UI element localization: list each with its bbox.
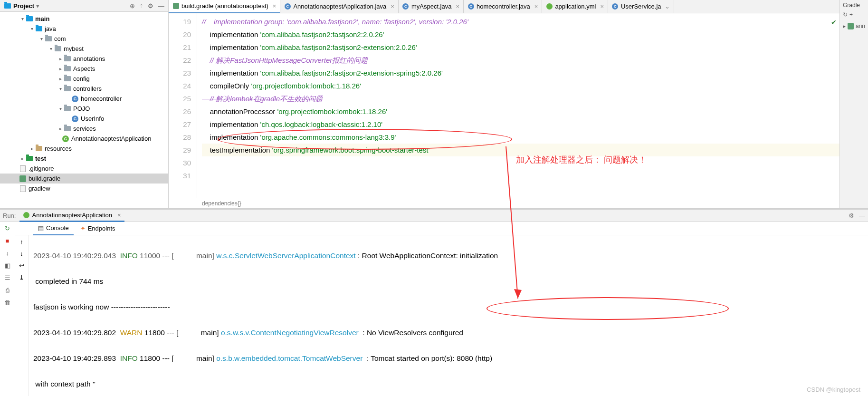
tree-node-com[interactable]: ▾com [0,34,168,44]
code-line: // 解决lombok在gradle不生效的问题 [202,92,839,105]
close-icon[interactable]: × [273,2,277,10]
select-opened-icon[interactable]: ⊕ [130,2,135,10]
tree-label: mybest [64,45,84,52]
status-ok-icon: ✔ [831,16,837,29]
project-tree: ▾main ▾java ▾com ▾mybest ▸annotations ▸A… [0,12,168,208]
close-icon[interactable]: × [600,3,604,10]
tab-label: UserService.ja [621,3,661,10]
tree-node-buildgradle[interactable]: build.gradle [0,174,168,184]
gradle-item[interactable]: ▸ ann [843,23,865,29]
tree-node-appclass[interactable]: CAnnotationaoptestApplication [0,134,168,144]
close-icon[interactable]: × [391,3,394,10]
tab-build-gradle[interactable]: build.gradle (annotationaoptest)× [169,0,280,13]
wrap-icon[interactable]: ↩ [19,262,24,269]
camera-icon[interactable]: ◧ [3,261,12,270]
trash-icon[interactable]: 🗑 [3,298,12,307]
collapse-icon[interactable]: ÷ [140,2,143,10]
rerun-icon[interactable]: ↻ [3,224,12,232]
run-toolbar: ↻ ■ ↓ ◧ ☰ ⎙ 🗑 [0,222,15,396]
tree-node-main[interactable]: ▾main [0,14,168,24]
stop-icon[interactable]: ■ [3,236,12,245]
subtab-label: Endpoints [88,225,115,232]
project-header: Project ▾ ⊕ ÷ ⚙ — [0,0,168,12]
code-editor[interactable]: 19 20 21 22 23 24 25 26 27 28 29 30 31 ✔ [169,13,839,198]
tab-homecontroller[interactable]: Chomecontroller.java× [464,0,542,13]
tree-node-services[interactable]: ▸services [0,124,168,134]
print-icon[interactable]: ⎙ [3,286,12,294]
tree-node-userinfo[interactable]: CUserInfo [0,114,168,124]
project-panel: Project ▾ ⊕ ÷ ⚙ — ▾main ▾java ▾com ▾mybe… [0,0,169,208]
line-number: 21 [169,41,191,54]
tree-node-mybest[interactable]: ▾mybest [0,44,168,54]
scroll-up-icon[interactable]: ↑ [20,238,23,245]
tree-label: controllers [73,85,102,92]
tree-node-aspects[interactable]: ▸Aspects [0,64,168,74]
tree-node-test[interactable]: ▸test [0,154,168,164]
run-header: Run: AnnotationaoptestApplication× ⚙ — [0,210,868,222]
tree-label: test [35,155,46,162]
down-icon[interactable]: ↓ [3,249,12,257]
gradle-toolbar[interactable]: ↻ + [843,11,865,18]
close-icon[interactable]: × [534,3,538,10]
tree-node-annotations[interactable]: ▸annotations [0,54,168,64]
tab-overflow-icon[interactable]: ⌄ [665,3,670,10]
tree-node-pojo[interactable]: ▾POJO [0,104,168,114]
layout-icon[interactable]: ☰ [3,273,12,282]
endpoints-icon: ✦ [80,225,86,232]
gradle-title[interactable]: Gradle [843,2,860,9]
settings-icon[interactable]: ⚙ [148,2,153,10]
line-number: 30 [169,156,191,169]
tree-label: gradlew [29,185,50,192]
add-icon[interactable]: + [849,11,853,18]
tree-label: POJO [73,105,90,112]
scroll-down-icon[interactable]: ↓ [20,250,23,257]
line-number: 19 [169,15,191,28]
line-number: 20 [169,28,191,41]
tree-node-gradlew[interactable]: gradlew [0,184,168,193]
line-number: 29 [169,144,191,156]
project-tool-icon [4,2,11,10]
run-panel: Run: AnnotationaoptestApplication× ⚙ — ↻… [0,208,868,396]
console-icon: ▤ [38,224,44,232]
run-hide-icon[interactable]: — [859,212,865,219]
project-dropdown-icon[interactable]: ▾ [36,2,39,10]
subtab-console[interactable]: ▤Console [33,222,74,235]
tree-node-gitignore[interactable]: .gitignore [0,164,168,174]
close-icon[interactable]: × [456,3,459,10]
code-line: // implementation group: 'com.alibaba.fa… [202,15,839,28]
tab-application-yml[interactable]: application.yml× [542,0,608,13]
run-config-tab[interactable]: AnnotationaoptestApplication× [19,210,124,222]
console-output[interactable]: 2023-04-10 19:40:29.043 INFO 11000 --- [… [29,235,868,396]
tab-label: AnnotationaoptestApplication.java [293,3,386,10]
tree-node-config[interactable]: ▸config [0,74,168,84]
run-subtabs: ▤Console ✦Endpoints [15,222,868,235]
spring-icon [23,212,29,218]
tab-userservice[interactable]: CUserService.ja⌄ [608,0,674,13]
line-number: 23 [169,67,191,79]
run-tab-label: AnnotationaoptestApplication [32,212,112,219]
run-settings-icon[interactable]: ⚙ [849,212,854,219]
hide-icon[interactable]: — [158,2,164,10]
project-title[interactable]: Project [13,2,34,10]
code-line: compileOnly 'org.projectlombok:lombok:1.… [202,79,839,92]
tree-label: .gitignore [29,165,54,172]
tree-node-resources[interactable]: ▸resources [0,144,168,154]
code-content[interactable]: ✔ // implementation group: 'com.alibaba.… [197,13,839,198]
code-line: // 解决FastJsonHttpMessageConverter报红的问题 [202,54,839,67]
tree-node-java[interactable]: ▾java [0,24,168,34]
tree-label: AnnotationaoptestApplication [71,135,151,142]
tab-myaspect[interactable]: CmyAspect.java× [399,0,464,13]
tree-label: build.gradle [29,175,60,182]
tree-node-controllers[interactable]: ▾controllers [0,84,168,94]
log-line: 2023-04-10 19:40:29.802 WARN 11800 --- [… [33,326,863,339]
tab-label: homecontroller.java [477,3,530,10]
breadcrumb[interactable]: dependencies{} [169,198,839,208]
close-icon[interactable]: × [117,212,121,219]
subtab-endpoints[interactable]: ✦Endpoints [76,222,120,235]
refresh-icon[interactable]: ↻ [843,11,848,18]
run-label: Run: [3,212,16,219]
tree-node-homecontroller[interactable]: Chomecontroller [0,94,168,104]
tab-app[interactable]: CAnnotationaoptestApplication.java× [280,0,398,13]
gutter: 19 20 21 22 23 24 25 26 27 28 29 30 31 [169,13,197,198]
scroll-end-icon[interactable]: ⤓ [19,274,24,281]
